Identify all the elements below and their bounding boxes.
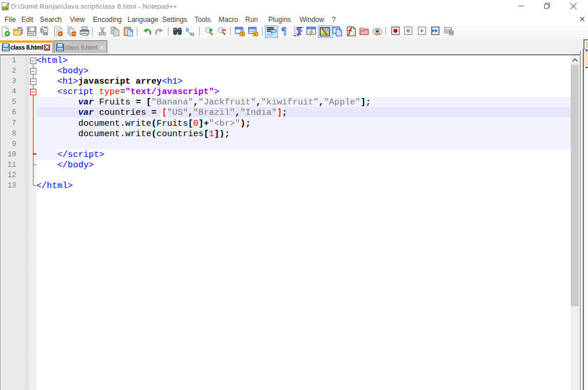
svg-text:¶: ¶ — [281, 26, 287, 36]
svg-text:a: a — [191, 30, 194, 36]
svg-text:b: b — [186, 27, 189, 33]
